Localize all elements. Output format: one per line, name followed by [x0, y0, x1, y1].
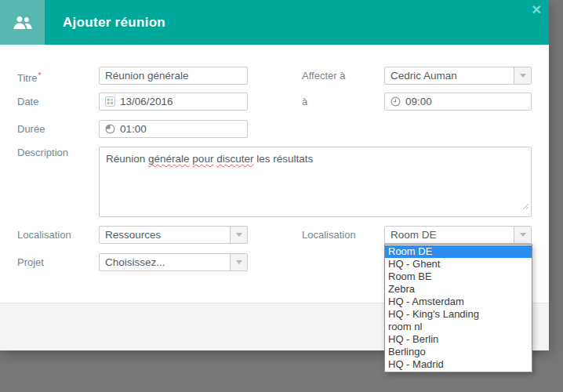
duree-input-value: 01:00: [120, 123, 147, 135]
projet-select[interactable]: Choisissez...: [99, 253, 248, 271]
localisation-salle-label: Localisation: [302, 226, 356, 244]
calendar-icon: [105, 96, 115, 107]
description-text-segment: discuter: [216, 153, 253, 165]
affecter-a-select[interactable]: Cedric Auman: [384, 67, 532, 85]
localisation-select[interactable]: Ressources: [99, 226, 248, 244]
titre-input-value: Réunion générale: [105, 70, 189, 82]
heure-input-value: 09:00: [405, 96, 432, 107]
chevron-down-icon: [230, 227, 247, 243]
chevron-down-icon: [514, 67, 531, 84]
description-text-segment: Réunion: [106, 153, 148, 165]
dropdown-option[interactable]: HQ - Amsterdam: [385, 296, 532, 308]
projet-label: Projet: [17, 253, 44, 271]
duree-input[interactable]: 01:00: [99, 120, 248, 138]
localisation-salle-dropdown: Room DEHQ - GhentRoom BEZebraHQ - Amster…: [384, 244, 532, 372]
duree-label: Durée: [17, 120, 45, 138]
heure-label: à: [302, 93, 307, 111]
projet-select-value: Choisissez...: [105, 256, 165, 268]
pie-clock-icon: [105, 124, 115, 134]
titre-input[interactable]: Réunion générale: [99, 67, 248, 85]
dropdown-option[interactable]: room nl: [385, 321, 532, 333]
dropdown-option[interactable]: Room BE: [385, 270, 532, 283]
close-icon[interactable]: ✕: [532, 2, 542, 17]
description-text-segment: pour: [192, 153, 213, 165]
dropdown-option[interactable]: Room DE: [385, 245, 532, 258]
modal-header: Ajouter réunion ✕: [0, 0, 549, 45]
localisation-salle-select-value: Room DE: [390, 229, 437, 241]
titre-label-text: Titre: [17, 72, 38, 84]
date-input[interactable]: 13/06/2016: [99, 93, 248, 111]
required-asterisk: *: [38, 71, 42, 80]
description-text-segment: générale: [148, 153, 190, 165]
users-icon: [0, 0, 45, 45]
titre-label: Titre*: [17, 67, 42, 87]
chevron-down-icon: [230, 254, 247, 270]
affecter-a-label: Affecter à: [302, 67, 345, 85]
dropdown-option[interactable]: HQ - Madrid: [385, 358, 532, 371]
description-label: Description: [17, 147, 68, 159]
date-input-value: 13/06/2016: [120, 96, 173, 107]
dropdown-option[interactable]: HQ - King's Landing: [385, 308, 532, 321]
date-label: Date: [17, 93, 38, 111]
affecter-a-select-value: Cedric Auman: [390, 70, 457, 82]
screen-overlay: Ajouter réunion ✕ Titre* Réunion général…: [0, 0, 563, 392]
dropdown-option[interactable]: Berlingo: [385, 346, 532, 358]
description-textarea[interactable]: Réunion générale pour discuter les résul…: [99, 147, 532, 217]
clock-icon: [390, 96, 401, 107]
heure-input[interactable]: 09:00: [384, 93, 532, 111]
dropdown-option[interactable]: HQ - Berlin: [385, 333, 532, 346]
chevron-down-icon: [514, 227, 531, 243]
dropdown-option[interactable]: Zebra: [385, 283, 532, 296]
resize-grip-icon[interactable]: [522, 200, 529, 215]
dropdown-option[interactable]: HQ - Ghent: [385, 258, 532, 270]
localisation-label: Localisation: [17, 226, 71, 244]
description-text-segment: les résultats: [253, 153, 313, 165]
localisation-select-value: Ressources: [105, 229, 161, 241]
modal-title: Ajouter réunion: [63, 0, 165, 45]
localisation-salle-select[interactable]: Room DE: [384, 226, 532, 244]
